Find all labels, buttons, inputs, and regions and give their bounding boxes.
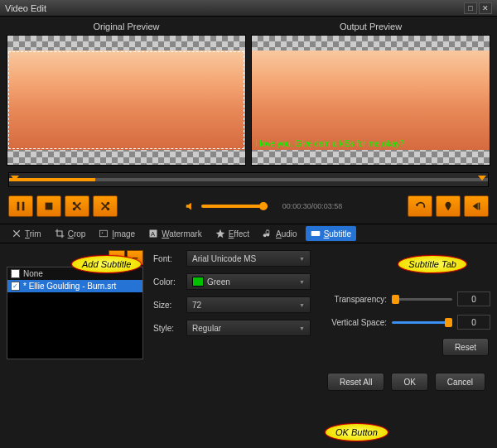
reset-all-button[interactable]: Reset All bbox=[327, 373, 384, 391]
timecode: 00:00:30/00:03:58 bbox=[282, 202, 343, 210]
playback-controls: 00:00:30/00:03:58 bbox=[0, 195, 497, 224]
window-title: Video Edit bbox=[5, 3, 462, 13]
checkbox-icon[interactable] bbox=[11, 269, 20, 278]
callout-add-subtitle: Add Subtitle bbox=[71, 255, 142, 273]
volume-icon bbox=[185, 200, 196, 212]
original-preview-label: Original Preview bbox=[7, 20, 246, 35]
tab-image[interactable]: Image bbox=[94, 226, 140, 241]
svg-point-5 bbox=[107, 208, 110, 211]
maximize-button[interactable]: □ bbox=[464, 2, 477, 14]
tab-crop[interactable]: Crop bbox=[50, 226, 91, 241]
cancel-button[interactable]: Cancel bbox=[435, 373, 485, 391]
tab-bar: Trim Crop Image AWatermark Effect Audio … bbox=[0, 224, 497, 243]
svg-rect-8 bbox=[100, 230, 108, 237]
svg-rect-0 bbox=[17, 202, 20, 211]
size-label: Size: bbox=[153, 301, 181, 310]
timeline[interactable] bbox=[8, 172, 489, 187]
output-preview: I love you. Give cam a ki$s for me,okay? bbox=[251, 35, 490, 166]
svg-point-3 bbox=[73, 208, 76, 211]
transparency-value[interactable]: 0 bbox=[457, 291, 490, 306]
preview-row: Original Preview Output Preview I love y… bbox=[0, 17, 497, 169]
cut-end-button[interactable] bbox=[93, 195, 118, 217]
output-preview-label: Output Preview bbox=[251, 20, 490, 35]
transparency-slider[interactable] bbox=[392, 298, 452, 301]
checkbox-icon[interactable]: ✓ bbox=[11, 282, 20, 291]
step-button[interactable] bbox=[464, 195, 489, 217]
svg-point-9 bbox=[102, 233, 104, 234]
tab-effect[interactable]: Effect bbox=[210, 226, 254, 241]
tab-subtitle[interactable]: Subtitle bbox=[306, 226, 356, 241]
footer: Reset All OK Cancel bbox=[0, 366, 497, 399]
svg-point-4 bbox=[73, 202, 76, 205]
callout-ok-button: OK Button bbox=[325, 423, 388, 441]
vspace-label: Vertical Space: bbox=[321, 318, 387, 327]
tab-audio[interactable]: Audio bbox=[258, 226, 302, 241]
svg-rect-2 bbox=[46, 203, 53, 210]
size-select[interactable]: 72▼ bbox=[186, 296, 311, 313]
undo-button[interactable] bbox=[408, 195, 432, 217]
tab-trim[interactable]: Trim bbox=[7, 226, 46, 241]
callout-subtitle-tab: Subtitle Tab bbox=[398, 255, 467, 273]
marker-button[interactable] bbox=[436, 195, 461, 217]
svg-rect-12 bbox=[311, 231, 320, 236]
font-label: Font: bbox=[153, 254, 181, 263]
ok-button[interactable]: OK bbox=[391, 373, 427, 391]
color-label: Color: bbox=[153, 277, 181, 287]
subtitle-list[interactable]: None ✓* Ellie Goulding - Burn.srt bbox=[7, 267, 143, 359]
transparency-label: Transparency: bbox=[321, 295, 387, 304]
svg-point-6 bbox=[107, 202, 110, 205]
vspace-slider[interactable] bbox=[392, 321, 452, 324]
pause-button[interactable] bbox=[8, 195, 33, 217]
stop-button[interactable] bbox=[36, 195, 61, 217]
style-label: Style: bbox=[153, 324, 181, 333]
reset-button[interactable]: Reset bbox=[442, 338, 489, 356]
titlebar: Video Edit □ ✕ bbox=[0, 0, 497, 17]
volume-control[interactable] bbox=[185, 200, 268, 212]
list-item: ✓* Ellie Goulding - Burn.srt bbox=[7, 280, 142, 292]
color-swatch-icon bbox=[192, 277, 204, 287]
svg-rect-7 bbox=[479, 203, 480, 210]
subtitle-overlay-text: I love you. Give cam a ki$s for me,okay? bbox=[255, 139, 486, 148]
color-select[interactable]: Green▼ bbox=[186, 273, 311, 290]
svg-text:A: A bbox=[151, 230, 155, 238]
vspace-value[interactable]: 0 bbox=[457, 315, 490, 330]
close-button[interactable]: ✕ bbox=[479, 2, 492, 14]
tab-watermark[interactable]: AWatermark bbox=[143, 226, 207, 241]
cut-start-button[interactable] bbox=[65, 195, 89, 217]
font-select[interactable]: Arial Unicode MS▼ bbox=[186, 250, 311, 267]
style-select[interactable]: Regular▼ bbox=[186, 320, 311, 336]
svg-rect-1 bbox=[22, 202, 25, 211]
original-preview bbox=[7, 35, 246, 166]
